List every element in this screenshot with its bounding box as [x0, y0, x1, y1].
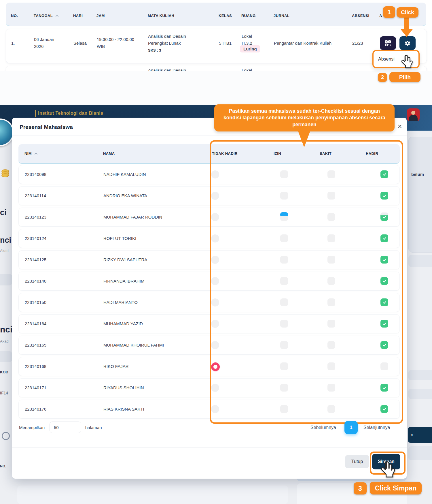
gear-button[interactable]: [399, 36, 416, 50]
student-nama: RIKO FAJAR: [103, 364, 129, 369]
col-nim[interactable]: NIM: [24, 151, 32, 156]
radio-tidak-hadir[interactable]: [211, 192, 219, 200]
checkbox-sakit[interactable]: [327, 277, 335, 285]
radio-tidak-hadir[interactable]: [211, 277, 219, 285]
radio-tidak-hadir[interactable]: [211, 405, 219, 413]
checkbox-sakit[interactable]: [327, 213, 335, 221]
qr-code-button[interactable]: [380, 36, 396, 50]
col-no: NO.: [11, 14, 18, 18]
student-nim: 223140176: [25, 407, 46, 411]
checkbox-sakit[interactable]: [327, 170, 335, 178]
col-hadir: HADIR: [366, 151, 378, 156]
checkbox-izin[interactable]: [280, 170, 288, 178]
checkbox-izin[interactable]: [280, 298, 288, 306]
checkbox-izin[interactable]: [280, 234, 288, 242]
checkbox-hadir[interactable]: [380, 192, 388, 200]
table-row: 223140140FIRNANDA IBRAHIM: [18, 272, 400, 291]
bg-circle-fragment: [2, 432, 10, 440]
tooltip-arrow-icon: [298, 131, 310, 147]
bg-bar: [0, 351, 12, 362]
checkbox-izin[interactable]: [280, 362, 288, 370]
checkbox-sakit[interactable]: [327, 256, 335, 264]
checkbox-izin[interactable]: [280, 256, 288, 264]
check-icon: [382, 279, 387, 283]
radio-tidak-hadir[interactable]: [211, 234, 219, 242]
check-icon: [382, 300, 387, 305]
per-page-input[interactable]: 50: [50, 422, 81, 433]
tutup-button[interactable]: Tutup: [345, 455, 369, 468]
checkbox-sakit[interactable]: [327, 298, 335, 306]
checkbox-izin[interactable]: [280, 320, 288, 328]
step1-badge: 1: [383, 6, 395, 18]
checkbox-hadir[interactable]: [380, 277, 388, 285]
hadir-partial-fill: [380, 212, 388, 215]
checkbox-hadir[interactable]: [380, 170, 388, 178]
bg-text-fragment: nci: [0, 236, 11, 245]
checkbox-sakit[interactable]: [327, 234, 335, 242]
table-row: 223140165MUHAMMAD KHOIRUL FAHMI: [18, 336, 400, 355]
brand-title: Institut Teknologi dan Bisnis: [38, 111, 103, 116]
radio-tidak-hadir[interactable]: [211, 320, 219, 328]
checkbox-sakit[interactable]: [327, 405, 335, 413]
checkbox-hadir[interactable]: [380, 213, 388, 221]
checkbox-hadir[interactable]: [380, 256, 388, 264]
current-page-button[interactable]: 1: [344, 421, 358, 434]
radio-tidak-hadir[interactable]: [211, 256, 219, 264]
user-avatar[interactable]: [407, 108, 420, 121]
radio-tidak-hadir[interactable]: [211, 362, 220, 371]
checkbox-izin[interactable]: [280, 277, 288, 285]
col-hari: HARI: [73, 14, 83, 18]
student-rows: 223140098NADHIF KAMALUDIN223140114ANDRIO…: [18, 165, 400, 421]
table-row: 223140098NADHIF KAMALUDIN: [18, 165, 400, 184]
checkbox-izin[interactable]: [280, 384, 288, 392]
bg-text-fragment: NO.: [0, 464, 6, 468]
radio-tidak-hadir[interactable]: [211, 298, 219, 306]
checkbox-izin[interactable]: [280, 213, 288, 221]
col-tanggal[interactable]: TANGGAL: [34, 14, 53, 18]
radio-tidak-hadir[interactable]: [211, 341, 219, 349]
table-row: 223140176RIAS KRISNA SAKTI: [18, 400, 400, 419]
bg-bar: [408, 389, 432, 399]
checkbox-hadir[interactable]: [380, 362, 388, 370]
checkbox-sakit[interactable]: [327, 320, 335, 328]
checkbox-sakit[interactable]: [327, 384, 335, 392]
step3-click-simpan-label: Click Simpan: [370, 482, 422, 494]
schedule-table-header: NO. TANGGAL HARI JAM MATA KULIAH KELAS R…: [6, 3, 426, 26]
hand-cursor-icon: [400, 54, 414, 70]
check-icon: [382, 257, 387, 262]
row-ruang: Lokal: [242, 68, 252, 71]
checkbox-hadir[interactable]: [380, 320, 388, 328]
col-jam: JAM: [96, 14, 105, 18]
page-gap: [0, 71, 432, 105]
checkbox-hadir[interactable]: [380, 405, 388, 413]
close-icon[interactable]: ×: [395, 122, 404, 131]
row-mata-kuliah: Analisis dan Desain: [148, 34, 186, 39]
bg-card: [17, 486, 288, 504]
checkbox-hadir[interactable]: [380, 298, 388, 306]
col-ruang: RUANG: [241, 14, 256, 18]
checkbox-hadir[interactable]: [380, 234, 388, 242]
checkbox-hadir[interactable]: [380, 341, 388, 349]
student-nim: 223140140: [25, 279, 46, 283]
prev-page-link[interactable]: Sebelumnya: [310, 425, 336, 430]
col-aksi: A: [379, 14, 382, 18]
hand-cursor-icon: [379, 460, 397, 480]
bg-bar: [408, 255, 432, 267]
modal-title: Presensi Mahasiswa: [20, 124, 73, 130]
table-row: 223140124ROFI`UT TORIKI: [18, 229, 400, 248]
checkbox-izin[interactable]: [280, 405, 288, 413]
next-page-link[interactable]: Selanjutnnya: [363, 425, 390, 430]
radio-tidak-hadir[interactable]: [211, 384, 219, 392]
row-sks: SKS : 3: [148, 48, 161, 52]
bg-text-fragment: Akad: [0, 339, 9, 343]
radio-tidak-hadir[interactable]: [211, 170, 219, 178]
checkbox-hadir[interactable]: [380, 384, 388, 392]
radio-tidak-hadir[interactable]: [211, 213, 219, 221]
checkbox-sakit[interactable]: [327, 192, 335, 200]
checkbox-izin[interactable]: [280, 341, 288, 349]
checkbox-sakit[interactable]: [327, 341, 335, 349]
checkbox-izin[interactable]: [280, 192, 288, 200]
student-nama: FIRNANDA IBRAHIM: [103, 279, 145, 283]
checkbox-sakit[interactable]: [327, 362, 335, 370]
student-nim: 223140098: [25, 172, 46, 177]
